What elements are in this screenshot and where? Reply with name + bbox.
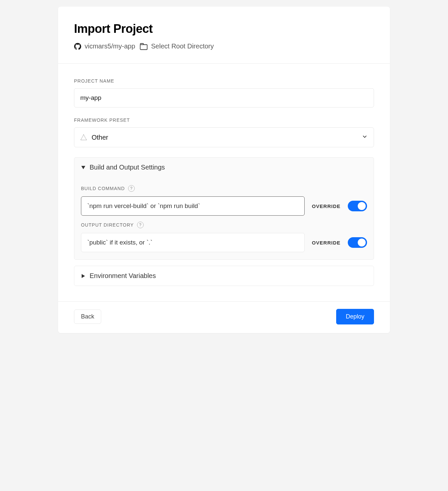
framework-preset-select[interactable]: Other xyxy=(74,127,374,147)
help-icon[interactable]: ? xyxy=(137,222,144,228)
override-label: OVERRIDE xyxy=(312,240,340,246)
repo-link[interactable]: vicmars5/my-app xyxy=(74,42,135,50)
framework-preset-field: FRAMEWORK PRESET Other xyxy=(74,117,374,147)
disclosure-down-icon xyxy=(81,166,86,170)
output-directory-label: OUTPUT DIRECTORY ? xyxy=(81,222,367,228)
env-vars-panel: Environment Variables xyxy=(74,266,374,286)
build-output-body: BUILD COMMAND ? OVERRIDE OUTPUT DIRECTOR… xyxy=(74,177,374,259)
card-footer: Back Deploy xyxy=(58,301,390,333)
project-name-field: PROJECT NAME xyxy=(74,78,374,107)
card-body: PROJECT NAME FRAMEWORK PRESET Other xyxy=(58,64,390,301)
disclosure-right-icon xyxy=(81,274,86,278)
build-command-override-toggle[interactable] xyxy=(348,201,367,211)
env-vars-toggle[interactable]: Environment Variables xyxy=(74,266,374,286)
svg-marker-2 xyxy=(82,274,85,278)
deploy-button[interactable]: Deploy xyxy=(336,309,374,324)
project-name-input[interactable] xyxy=(74,88,374,107)
root-directory-label: Select Root Directory xyxy=(151,42,214,50)
page-title: Import Project xyxy=(74,22,374,36)
repo-name: vicmars5/my-app xyxy=(85,42,135,50)
build-output-panel: Build and Output Settings BUILD COMMAND … xyxy=(74,157,374,260)
env-vars-title: Environment Variables xyxy=(90,272,156,280)
output-directory-override-toggle[interactable] xyxy=(348,237,367,248)
help-icon[interactable]: ? xyxy=(128,185,135,192)
framework-other-icon xyxy=(80,134,87,140)
build-output-toggle[interactable]: Build and Output Settings xyxy=(74,158,374,177)
github-icon xyxy=(74,43,81,50)
svg-rect-0 xyxy=(140,44,147,49)
framework-preset-label: FRAMEWORK PRESET xyxy=(74,117,374,123)
svg-marker-1 xyxy=(81,166,85,169)
output-directory-field: OUTPUT DIRECTORY ? OVERRIDE xyxy=(81,222,367,252)
output-directory-input[interactable] xyxy=(81,233,305,252)
build-output-title: Build and Output Settings xyxy=(90,164,165,171)
root-directory-link[interactable]: Select Root Directory xyxy=(140,42,214,50)
breadcrumb: vicmars5/my-app Select Root Directory xyxy=(74,42,374,50)
build-command-field: BUILD COMMAND ? OVERRIDE xyxy=(81,185,367,216)
project-name-label: PROJECT NAME xyxy=(74,78,374,84)
override-label: OVERRIDE xyxy=(312,203,340,209)
card-header: Import Project vicmars5/my-app Select R xyxy=(58,7,390,64)
framework-preset-value: Other xyxy=(92,134,362,141)
build-command-label: BUILD COMMAND ? xyxy=(81,185,367,192)
back-button[interactable]: Back xyxy=(74,310,101,324)
folder-icon xyxy=(140,43,148,50)
build-command-input[interactable] xyxy=(81,196,305,216)
import-project-card: Import Project vicmars5/my-app Select R xyxy=(58,7,390,333)
chevron-down-icon xyxy=(362,134,368,141)
